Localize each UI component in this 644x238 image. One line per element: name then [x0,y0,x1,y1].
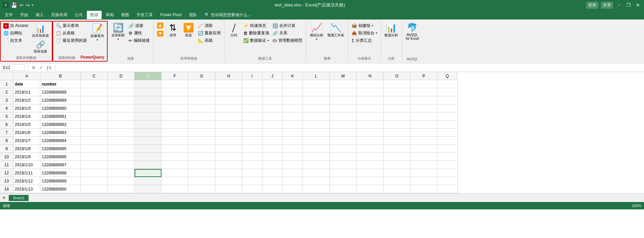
cell-L5[interactable] [303,112,330,121]
cell-G11[interactable] [188,161,215,169]
row-header-7[interactable]: 7 [0,129,13,137]
save-icon[interactable]: 💾 [11,2,17,8]
cell-E9[interactable] [135,145,162,153]
cell-M13[interactable] [330,177,357,185]
cell-O11[interactable] [384,161,410,169]
cell-D7[interactable] [108,129,135,137]
cell-J10[interactable] [262,153,283,161]
cell-O1[interactable] [384,80,410,88]
cell-B1[interactable]: number [40,80,81,88]
cell-C7[interactable] [81,129,108,137]
cell-C11[interactable] [81,161,108,169]
cell-N10[interactable] [357,153,384,161]
cell-N4[interactable] [357,104,384,112]
cell-I4[interactable] [242,104,262,112]
cell-Q13[interactable] [437,177,458,185]
quick-fill-button[interactable]: ⚡ 快速填充 [242,22,271,29]
cell-D10[interactable] [108,153,135,161]
cell-K1[interactable] [283,80,303,88]
merge-calc-button[interactable]: 🔢 合并计算 [271,22,304,29]
cell-A2[interactable]: 2019/1/1 [13,88,40,96]
cell-J8[interactable] [262,137,283,145]
close-button[interactable]: ✕ [635,2,641,8]
cell-E3[interactable] [135,96,162,104]
cell-F4[interactable] [162,104,188,112]
cell-Q8[interactable] [437,137,458,145]
menu-formula[interactable]: 公式 [71,11,86,19]
cell-P1[interactable] [410,80,437,88]
cell-L8[interactable] [303,137,330,145]
cell-G12[interactable] [188,169,215,177]
cell-J5[interactable] [262,112,283,121]
cell-K9[interactable] [283,145,303,153]
cell-J3[interactable] [262,96,283,104]
cell-O2[interactable] [384,88,410,96]
col-header-I[interactable]: I [242,72,262,80]
cell-C13[interactable] [81,177,108,185]
row-header-10[interactable]: 10 [0,153,13,161]
cell-A4[interactable]: 2019/1/3 [13,104,40,112]
col-header-B[interactable]: B [40,72,81,80]
cell-I1[interactable] [242,80,262,88]
menu-developer[interactable]: 开发工具 [133,11,156,19]
cell-N11[interactable] [357,161,384,169]
col-header-Q[interactable]: Q [437,72,458,80]
web-button[interactable]: 🌐 自网站 [2,30,30,37]
cell-H13[interactable] [215,177,242,185]
cell-P9[interactable] [410,145,437,153]
cell-H5[interactable] [215,112,242,121]
clear-button[interactable]: 🧹 清除 [196,22,222,29]
cell-I6[interactable] [242,121,262,129]
row-header-2[interactable]: 2 [0,88,13,96]
cell-J2[interactable] [262,88,283,96]
cell-Q11[interactable] [437,161,458,169]
menu-data[interactable]: 数据 [87,11,102,19]
cell-Q7[interactable] [437,129,458,137]
col-header-G[interactable]: G [188,72,215,80]
cell-F7[interactable] [162,129,188,137]
col-header-E[interactable]: E [135,72,162,80]
row-header-5[interactable]: 5 [0,112,13,121]
cell-G4[interactable] [188,104,215,112]
menu-home[interactable]: 开始 [17,11,32,19]
menu-page-layout[interactable]: 页面布局 [48,11,71,19]
formula-input[interactable] [58,65,643,70]
existing-connections-button[interactable]: 🔗 现有连接 [30,39,50,55]
cell-K5[interactable] [283,112,303,121]
menu-power-pivot[interactable]: Power Pivot [157,11,185,19]
cell-J6[interactable] [262,121,283,129]
cell-K11[interactable] [283,161,303,169]
cell-H1[interactable] [215,80,242,88]
cell-D14[interactable] [108,185,135,193]
cell-A3[interactable]: 2019/1/2 [13,96,40,104]
cell-G9[interactable] [188,145,215,153]
cell-P3[interactable] [410,96,437,104]
cancel-formula-icon[interactable]: ✕ [31,65,37,70]
cell-N2[interactable] [357,88,384,96]
subtotal-button[interactable]: Σ 分类汇总 [350,37,379,44]
cell-B12[interactable]: 13288888898 [40,169,81,177]
redo-icon[interactable]: ↪ [26,2,30,8]
cell-I3[interactable] [242,96,262,104]
cell-I12[interactable] [242,169,262,177]
cell-A14[interactable]: 2019/1/13 [13,185,40,193]
access-button[interactable]: A 自 Access [2,22,30,29]
cell-H4[interactable] [215,104,242,112]
cell-D12[interactable] [108,169,135,177]
cell-L12[interactable] [303,169,330,177]
col-header-K[interactable]: K [283,72,303,80]
cell-E10[interactable] [135,153,162,161]
menu-team[interactable]: 团队 [186,11,201,19]
cell-O4[interactable] [384,104,410,112]
cell-Q1[interactable] [437,80,458,88]
cell-J13[interactable] [262,177,283,185]
cell-D13[interactable] [108,177,135,185]
cell-E4[interactable] [135,104,162,112]
cell-O13[interactable] [384,177,410,185]
cell-P7[interactable] [410,129,437,137]
cell-I7[interactable] [242,129,262,137]
cell-Q10[interactable] [437,153,458,161]
validate-button[interactable]: ✅ 数据验证 ▾ [242,37,271,44]
relationship-button[interactable]: 🔗 关系 [271,30,304,37]
cell-G13[interactable] [188,177,215,185]
